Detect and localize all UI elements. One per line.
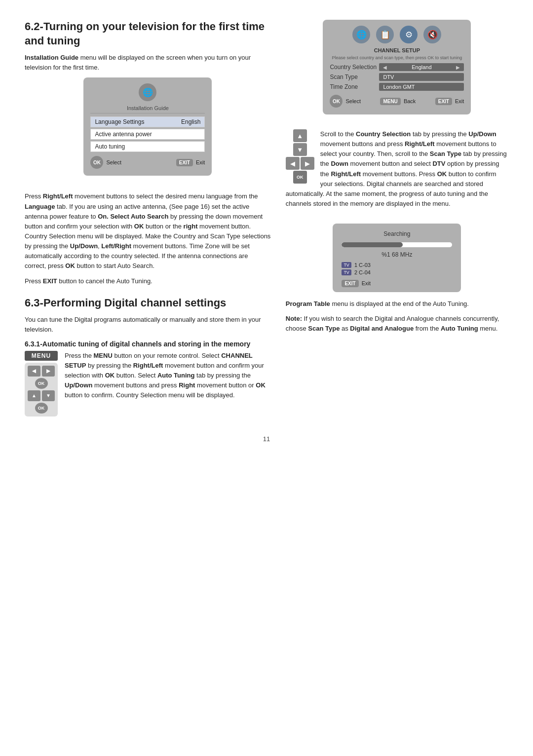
nav-right-btn: ▶ (301, 157, 314, 170)
tv-menu-exit: EXIT Exit (176, 159, 205, 165)
timezone-selected: London GMT (383, 84, 415, 90)
searching-exit-btn: EXIT (342, 280, 358, 287)
scan-label: Scan Type (330, 74, 379, 80)
section-6-2-layout: 6.2-Turning on your television for the f… (25, 20, 508, 420)
scan-selected: DTV (383, 74, 394, 80)
section-6-3-title: 6.3-Performing Digital channel settings (25, 296, 271, 310)
tv-menu-footer: OK Select EXIT Exit (90, 156, 205, 169)
tv-menu-row-language: Language Settings English (90, 116, 205, 127)
tv-menu-row-autotuning: Auto tuning (90, 141, 205, 152)
channel-row-timezone: Time Zone London GMT (330, 83, 464, 91)
remote-control-group: MENU ◀ ▶ OK ▲ ▼ (25, 351, 58, 416)
channel-exit: EXIT Exit (435, 98, 464, 104)
section-6-2-left: 6.2-Turning on your television for the f… (25, 20, 271, 420)
exit-button-icon: EXIT (176, 159, 193, 166)
page-number: 11 (25, 435, 508, 443)
channel-ok-btn: OK (330, 95, 343, 108)
exit-label: Exit (196, 159, 205, 165)
tv-menu-title: Installation Guide (90, 105, 205, 113)
channel-ok-select: OK Select (330, 95, 361, 108)
menu-button-label: MENU (25, 351, 58, 361)
remote-row-updown: ▲ ▼ (28, 390, 55, 401)
language-value: English (181, 118, 200, 125)
channel-result-1: TV 1 C-03 (342, 262, 452, 268)
body-para-2: Press EXIT button to cancel the Auto Tun… (25, 276, 271, 286)
left-arrow-btn: ◀ (28, 366, 40, 377)
tv-menu-ok-select: OK Select (90, 156, 121, 169)
channel-menu-back: MENU Back (380, 98, 416, 104)
timezone-label: Time Zone (330, 83, 379, 90)
right-arrow-icon: ▶ (456, 65, 460, 70)
body-para-1: Press Right/Left movement buttons to sel… (25, 191, 271, 271)
timezone-value: London GMT (379, 83, 464, 91)
searching-box: Searching %1 68 MHz TV 1 C-03 TV 2 C-04 (333, 224, 461, 292)
menu-icon-globe: 🌐 (139, 83, 156, 101)
right-arrow-btn: ▶ (42, 366, 55, 377)
tv-tag-2: TV (342, 269, 351, 275)
scan-value: DTV (379, 73, 464, 81)
remote-nav-box: ◀ ▶ OK ▲ ▼ OK (25, 363, 58, 416)
remote-row-top: ◀ ▶ (28, 366, 55, 377)
remote-row-ok2: OK (35, 403, 48, 414)
section-6-2-intro: Installation Guide menu will be displaye… (25, 53, 271, 73)
channel-exit-label: Exit (455, 98, 464, 104)
channel-select-label: Select (345, 98, 361, 104)
tv-menu-row-antenna: Active antenna power (90, 129, 205, 140)
section-6-2-title: 6.2-Turning on your television for the f… (25, 20, 271, 48)
channel-subtitle: Please select country and scan type, the… (330, 55, 464, 60)
channel-footer: OK Select MENU Back EXIT Exit (330, 95, 464, 108)
searching-exit-label: Exit (362, 280, 371, 286)
section-6-3: 6.3-Performing Digital channel settings … (25, 296, 271, 420)
language-label: Language Settings (95, 118, 144, 125)
channel-icon-globe: 🌐 (352, 26, 370, 43)
channel-row-scan: Scan Type DTV (330, 73, 464, 81)
down-arrow-btn: ▼ (42, 390, 55, 401)
antenna-label: Active antenna power (95, 131, 152, 138)
searching-progress-bar (342, 242, 452, 247)
channel-setup-title: CHANNEL SETUP (330, 47, 464, 53)
tv-menu-icons: 🌐 (90, 83, 205, 101)
ok-button-icon: OK (90, 156, 103, 169)
channel-name-1: 1 C-03 (354, 262, 371, 268)
channel-setup-mockup: 🌐 📋 ⚙ 🔇 CHANNEL SETUP Please select coun… (323, 20, 471, 114)
searching-freq: %1 68 MHz (342, 251, 452, 258)
ok-bottom-btn: OK (35, 403, 48, 414)
up-arrow-btn: ▲ (28, 390, 40, 401)
section-6-3-1-content: MENU ◀ ▶ OK ▲ ▼ (25, 351, 271, 420)
channel-icon-speaker: 🔇 (423, 26, 441, 43)
section-6-3-1-title: 6.3.1-Automatic tuning of digital channe… (25, 340, 271, 348)
channel-icons: 🌐 📋 ⚙ 🔇 (330, 26, 464, 43)
nav-ok-btn: OK (293, 171, 307, 184)
country-value: ◀ England ▶ (379, 63, 464, 71)
nav-arrows-group: ▲ ▼ ◀ ▶ OK (286, 129, 314, 184)
country-label: Country Selection (330, 64, 379, 71)
nav-left-btn: ◀ (286, 157, 300, 170)
section-6-3-1-body: Press the MENU button on your remote con… (25, 351, 271, 401)
section-6-2-right: 🌐 📋 ⚙ 🔇 CHANNEL SETUP Please select coun… (286, 20, 508, 420)
bottom-p1: Program Table menu is displayed at the e… (286, 299, 508, 309)
select-label: Select (106, 159, 121, 165)
tv-tag-1: TV (342, 262, 351, 268)
left-arrow-icon: ◀ (383, 65, 387, 70)
nav-down-btn: ▼ (293, 143, 307, 156)
bottom-p2: Note: If you wish to search the Digital … (286, 314, 508, 334)
section-6-3-intro: You can tune the Digital programs automa… (25, 315, 271, 335)
autotuning-label: Auto tuning (95, 143, 125, 150)
remote-row-ok: OK (35, 378, 48, 389)
installation-guide-bold: Installation Guide (25, 54, 78, 61)
right-col-body: ▲ ▼ ◀ ▶ OK Scroll to the Country Selecti… (286, 129, 508, 214)
ok-center-btn: OK (35, 378, 48, 389)
channel-icon-file: 📋 (376, 26, 394, 43)
menu-label: MENU (380, 98, 400, 105)
channel-row-country: Country Selection ◀ England ▶ (330, 63, 464, 71)
tv-menu-mockup: 🌐 Installation Guide Language Settings E… (83, 77, 212, 176)
country-selected: England (412, 64, 431, 70)
nav-up-btn: ▲ (293, 129, 307, 142)
searching-footer: EXIT Exit (342, 280, 452, 286)
program-table-bold: Program Table (286, 300, 330, 307)
searching-title: Searching (342, 230, 452, 237)
right-body-text: Scroll to the Country Selection tab by p… (286, 129, 508, 209)
channel-name-2: 2 C-04 (354, 269, 371, 275)
bottom-p1-text: menu is displayed at the end of the Auto… (330, 300, 469, 307)
channel-result-2: TV 2 C-04 (342, 269, 452, 275)
